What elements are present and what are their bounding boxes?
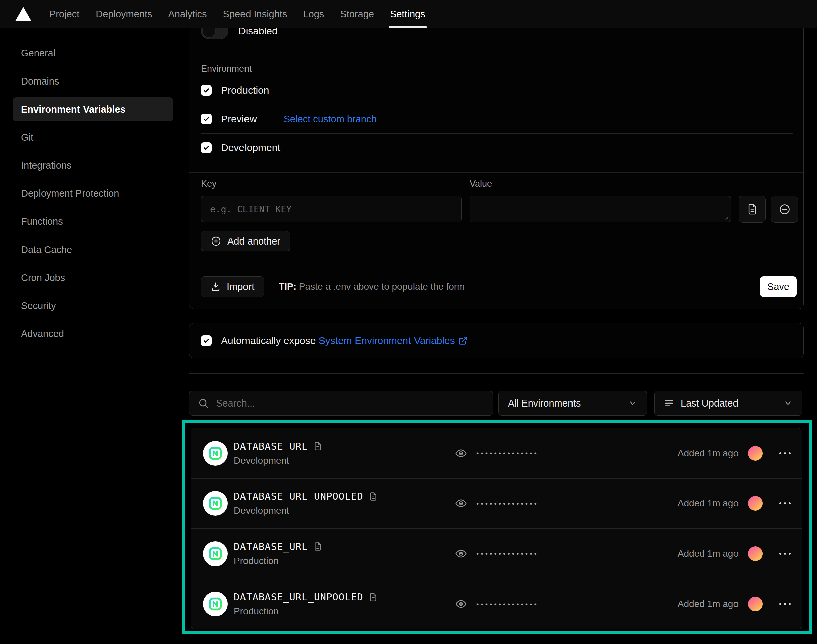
sidebar-item-advanced[interactable]: Advanced (13, 322, 173, 346)
sort-select[interactable]: Last Updated (655, 391, 802, 416)
system-env-vars-link[interactable]: System Environment Variables (319, 335, 468, 347)
env-var-value: •••••••••••••• (455, 598, 539, 610)
env-var-row: DATABASE_URL_UNPOOLED Production •••••••… (191, 579, 802, 629)
chevron-down-icon (783, 399, 792, 408)
env-var-name: DATABASE_URL_UNPOOLED (234, 491, 363, 502)
avatar (748, 496, 763, 511)
select-custom-branch-link[interactable]: Select custom branch (284, 113, 377, 124)
row-menu-button[interactable] (777, 551, 792, 557)
settings-sidebar: General Domains Environment Variables Gi… (0, 28, 187, 350)
search-input[interactable] (216, 398, 484, 409)
sidebar-item-cron-jobs[interactable]: Cron Jobs (13, 265, 173, 290)
env-var-meta: Added 1m ago (678, 546, 792, 561)
external-link-icon (458, 336, 468, 345)
divider (189, 51, 803, 51)
tip-bold: TIP: (279, 281, 296, 291)
env-var-name: DATABASE_URL (234, 440, 308, 452)
divider (189, 373, 804, 374)
auto-expose-text: Automatically expose System Environment … (221, 335, 468, 347)
import-label: Import (227, 281, 254, 292)
key-input[interactable] (201, 196, 461, 222)
value-input[interactable] (470, 196, 731, 222)
top-nav: Project Deployments Analytics Speed Insi… (0, 0, 817, 28)
save-button[interactable]: Save (760, 276, 797, 297)
note-file-icon[interactable] (313, 542, 322, 551)
chevron-down-icon (628, 399, 637, 408)
avatar (748, 596, 763, 611)
preview-label: Preview (221, 113, 257, 124)
tip-text: Paste a .env above to populate the form (296, 281, 464, 291)
row-menu-button[interactable] (777, 500, 792, 506)
production-checkbox[interactable] (201, 85, 212, 95)
nav-tab-settings[interactable]: Settings (382, 0, 433, 28)
check-icon (203, 115, 210, 123)
masked-value: •••••••••••••• (476, 449, 539, 457)
sidebar-item-integrations[interactable]: Integrations (13, 153, 173, 177)
note-file-icon[interactable] (369, 593, 378, 601)
import-button[interactable]: Import (201, 276, 264, 297)
divider (201, 133, 793, 133)
check-icon (203, 144, 210, 151)
sidebar-item-general[interactable]: General (13, 41, 173, 65)
search-icon (198, 398, 209, 408)
environment-filter-value: All Environments (508, 398, 581, 409)
resize-handle-icon[interactable] (723, 215, 729, 220)
nav-tab-storage[interactable]: Storage (332, 0, 382, 28)
added-timestamp: Added 1m ago (678, 549, 739, 559)
environment-filter-select[interactable]: All Environments (498, 391, 647, 416)
neon-integration-icon (203, 491, 228, 516)
preview-checkbox[interactable] (201, 113, 212, 124)
neon-integration-icon (203, 441, 228, 466)
development-label: Development (221, 142, 280, 153)
minus-circle-icon (779, 204, 791, 215)
env-tip: TIP: Paste a .env above to populate the … (279, 281, 464, 292)
development-checkbox[interactable] (201, 142, 212, 153)
nav-tab-project[interactable]: Project (41, 0, 87, 28)
row-menu-button[interactable] (777, 601, 792, 607)
sidebar-item-environment-variables[interactable]: Environment Variables (13, 97, 173, 121)
vercel-logo-icon[interactable] (15, 7, 31, 21)
form-footer: Import TIP: Paste a .env above to popula… (189, 264, 803, 309)
value-label: Value (470, 179, 492, 189)
sort-value: Last Updated (681, 398, 739, 409)
nav-tab-deployments[interactable]: Deployments (87, 0, 160, 28)
eye-icon[interactable] (455, 447, 467, 459)
sort-lines-icon (664, 398, 674, 408)
sidebar-item-git[interactable]: Git (13, 125, 173, 149)
nav-tab-logs[interactable]: Logs (295, 0, 332, 28)
sidebar-item-deployment-protection[interactable]: Deployment Protection (13, 181, 173, 205)
divider (189, 172, 803, 173)
check-icon (203, 86, 210, 94)
env-var-meta: Added 1m ago (678, 446, 792, 461)
paste-env-button[interactable] (739, 196, 766, 223)
sidebar-item-data-cache[interactable]: Data Cache (13, 238, 173, 262)
env-var-row: DATABASE_URL Development •••••••••••••• … (191, 428, 802, 478)
paste-file-icon (746, 204, 758, 215)
env-var-meta: Added 1m ago (678, 596, 792, 611)
environment-option-production: Production (201, 84, 269, 96)
note-file-icon[interactable] (369, 492, 378, 501)
env-var-environment: Development (234, 455, 322, 466)
env-var-value: •••••••••••••• (455, 497, 539, 509)
sidebar-item-functions[interactable]: Functions (13, 209, 173, 233)
added-timestamp: Added 1m ago (678, 498, 739, 509)
eye-icon[interactable] (455, 497, 467, 509)
remove-row-button[interactable] (771, 196, 798, 223)
env-var-value: •••••••••••••• (455, 548, 539, 560)
auto-expose-checkbox[interactable] (201, 335, 212, 346)
nav-tab-speed-insights[interactable]: Speed Insights (215, 0, 295, 28)
eye-icon[interactable] (455, 548, 467, 560)
env-var-environment: Production (234, 606, 378, 616)
env-var-value: •••••••••••••• (455, 447, 539, 459)
eye-icon[interactable] (455, 598, 467, 610)
note-file-icon[interactable] (313, 442, 322, 451)
masked-value: •••••••••••••• (476, 601, 539, 607)
sidebar-item-domains[interactable]: Domains (13, 69, 173, 93)
add-another-button[interactable]: Add another (201, 231, 290, 251)
auto-expose-prefix: Automatically expose (221, 335, 316, 346)
neon-integration-icon (203, 592, 228, 616)
row-menu-button[interactable] (777, 450, 792, 456)
sidebar-item-security[interactable]: Security (13, 294, 173, 317)
nav-tab-analytics[interactable]: Analytics (160, 0, 215, 28)
system-env-card: Automatically expose System Environment … (189, 323, 804, 359)
